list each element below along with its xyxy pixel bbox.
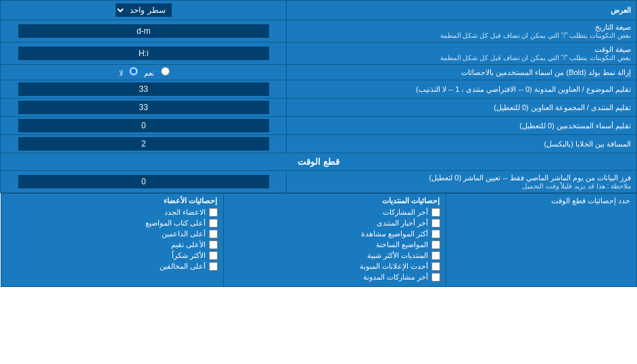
checkbox-item-top-supporters: أعلى الداعمين xyxy=(7,230,218,238)
forum-stats-header: إحصائيات المنتديات xyxy=(229,197,440,205)
checkbox-item-shares: أخر المشاركات xyxy=(229,208,440,217)
forum-titles-label: تقليم المنتدى / المجموعة العناوين (0 للت… xyxy=(287,99,637,117)
space-between-label: المسافة بين الخلايا (بالبكسل) xyxy=(287,135,637,153)
forum-stats-col: إحصائيات المنتديات أخر المشاركات أخر أخب… xyxy=(223,194,446,287)
checkbox-item-top-violators: أعلى المخالفين xyxy=(7,262,218,271)
member-stats-col: إحصائيات الأعضاء الاعضاء الجدد أعلى كتاب… xyxy=(1,194,223,287)
cutoff-section-header: قطع الوقت xyxy=(1,153,637,171)
time-format-label: صيغة الوقت بعض التكوينات يتطلب "/" التي … xyxy=(287,43,637,65)
forum-titles-input[interactable] xyxy=(18,101,269,114)
bottom-section-label: حدد إحصائيات قطع الوقت xyxy=(551,197,630,205)
usernames-row: تقليم أسماء المستخدمين (0 للتعطيل) xyxy=(1,117,637,135)
label-most-thanked: الأكثر شكراً xyxy=(172,251,206,260)
checkbox-item-new-members: الاعضاء الجدد xyxy=(7,208,218,217)
bold-remove-row: إزالة نمط بولد (Bold) من اسماء المستخدمي… xyxy=(1,65,637,80)
cutoff-days-input[interactable] xyxy=(18,175,269,188)
checkbox-new-members[interactable] xyxy=(209,208,218,217)
checkbox-top-rated[interactable] xyxy=(209,240,218,249)
checkbox-shares[interactable] xyxy=(431,208,440,217)
cutoff-section-header-row: قطع الوقت xyxy=(1,153,637,171)
checkbox-forum-news[interactable] xyxy=(431,219,440,228)
checkbox-ads[interactable] xyxy=(431,262,440,271)
checkbox-blog-shares[interactable] xyxy=(431,273,440,282)
label-forum-news: أخر أخبار المنتدى xyxy=(377,219,428,228)
label-top-rated: الأعلى تقيم xyxy=(171,240,206,249)
forum-titles-row: تقليم المنتدى / المجموعة العناوين (0 للت… xyxy=(1,99,637,117)
label-top-supporters: أعلى الداعمين xyxy=(162,230,206,238)
checkbox-most-viewed[interactable] xyxy=(431,230,440,238)
label-shares: أخر المشاركات xyxy=(383,208,428,217)
time-format-row: صيغة الوقت بعض التكوينات يتطلب "/" التي … xyxy=(1,43,637,65)
bottom-checkboxes-row: حدد إحصائيات قطع الوقت إحصائيات المنتديا… xyxy=(1,193,637,288)
checkbox-item-similar-forums: المنتديات الأكثر شبية xyxy=(229,251,440,260)
usernames-input-cell[interactable] xyxy=(1,117,287,135)
space-between-input[interactable] xyxy=(18,137,269,151)
checkbox-item-top-rated: الأعلى تقيم xyxy=(7,240,218,249)
checkbox-item-top-writers: أعلى كتاب المواضيع xyxy=(7,219,218,228)
time-format-input[interactable] xyxy=(18,47,269,60)
display-label: العرض xyxy=(287,1,637,20)
checkbox-item-hot-topics: المواضيع الساخنة xyxy=(229,240,440,249)
checkbox-item-blog-shares: أخر مشاركات المدونة xyxy=(229,273,440,282)
checkbox-similar-forums[interactable] xyxy=(431,251,440,260)
bold-yes-radio[interactable] xyxy=(161,67,170,76)
label-top-writers: أعلى كتاب المواضيع xyxy=(145,219,206,228)
bottom-section-label-cell: حدد إحصائيات قطع الوقت xyxy=(446,194,636,287)
date-format-input-cell[interactable] xyxy=(1,20,287,43)
bold-remove-label: إزالة نمط بولد (Bold) من اسماء المستخدمي… xyxy=(287,65,637,80)
cutoff-days-input-cell[interactable] xyxy=(1,171,287,193)
cutoff-days-label: فرز البيانات من يوم الماشر الماضي فقط --… xyxy=(287,171,637,193)
bold-no-radio[interactable] xyxy=(129,67,138,76)
checkbox-most-thanked[interactable] xyxy=(209,251,218,260)
label-hot-topics: المواضيع الساخنة xyxy=(376,240,428,249)
checkbox-item-most-viewed: أكثر المواضيع مشاهدة xyxy=(229,230,440,238)
topic-titles-label: تقليم الموضوع / العناوين المدونة (0 -- ا… xyxy=(287,80,637,99)
label-ads: أحدث الإعلانات المبوبة xyxy=(360,262,428,271)
date-format-row: صيغة التاريخ بعض التكوينات يتطلب "/" الت… xyxy=(1,20,637,43)
usernames-input[interactable] xyxy=(18,119,269,132)
checkbox-hot-topics[interactable] xyxy=(431,240,440,249)
display-dropdown-cell[interactable]: سطر واحد xyxy=(1,1,287,20)
checkbox-top-writers[interactable] xyxy=(209,219,218,228)
display-dropdown[interactable]: سطر واحد xyxy=(116,3,172,17)
cutoff-days-row: فرز البيانات من يوم الماشر الماضي فقط --… xyxy=(1,171,637,193)
bold-yes-label: نعم xyxy=(144,69,154,77)
checkbox-item-most-thanked: الأكثر شكراً xyxy=(7,251,218,260)
label-top-violators: أعلى المخالفين xyxy=(160,262,206,271)
bold-remove-radio-cell[interactable]: نعم لا xyxy=(1,65,287,80)
topic-titles-row: تقليم الموضوع / العناوين المدونة (0 -- ا… xyxy=(1,80,637,99)
member-stats-header: إحصائيات الأعضاء xyxy=(7,197,218,205)
checkbox-item-ads: أحدث الإعلانات المبوبة xyxy=(229,262,440,271)
bold-no-label: لا xyxy=(119,69,123,77)
time-format-input-cell[interactable] xyxy=(1,43,287,65)
topic-titles-input-cell[interactable] xyxy=(1,80,287,99)
topic-titles-input[interactable] xyxy=(18,82,269,96)
label-blog-shares: أخر مشاركات المدونة xyxy=(363,273,428,282)
checkbox-item-forum-news: أخر أخبار المنتدى xyxy=(229,219,440,228)
date-format-label: صيغة التاريخ بعض التكوينات يتطلب "/" الت… xyxy=(287,20,637,43)
date-format-input[interactable] xyxy=(18,24,269,38)
space-between-input-cell[interactable] xyxy=(1,135,287,153)
label-new-members: الاعضاء الجدد xyxy=(164,208,206,217)
forum-titles-input-cell[interactable] xyxy=(1,99,287,117)
top-header-row: العرض سطر واحد xyxy=(1,1,637,20)
usernames-label: تقليم أسماء المستخدمين (0 للتعطيل) xyxy=(287,117,637,135)
label-most-viewed: أكثر المواضيع مشاهدة xyxy=(361,230,428,238)
bottom-checkboxes-inner-row: حدد إحصائيات قطع الوقت إحصائيات المنتديا… xyxy=(1,194,636,287)
space-between-row: المسافة بين الخلايا (بالبكسل) xyxy=(1,135,637,153)
checkbox-top-violators[interactable] xyxy=(209,262,218,271)
label-similar-forums: المنتديات الأكثر شبية xyxy=(367,251,428,260)
checkbox-top-supporters[interactable] xyxy=(209,230,218,238)
